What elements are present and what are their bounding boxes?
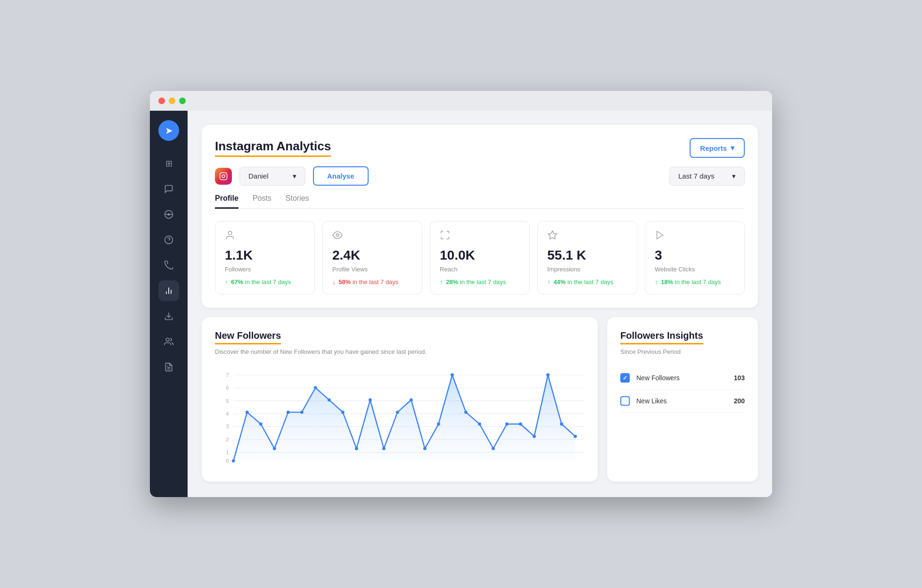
svg-point-42 — [382, 447, 386, 450]
tab-stories[interactable]: Stories — [286, 194, 309, 209]
analyse-button[interactable]: Analyse — [313, 166, 369, 186]
website-clicks-label: Website Clicks — [655, 266, 735, 273]
svg-point-35 — [287, 410, 290, 414]
svg-point-37 — [314, 386, 317, 389]
svg-marker-14 — [548, 231, 557, 239]
tab-profile[interactable]: Profile — [215, 194, 239, 209]
followers-icon — [225, 230, 305, 243]
header-controls: Daniel ▾ Analyse Last 7 days ▾ — [215, 166, 745, 186]
website-clicks-change: ↑ 18% in the last 7 days — [655, 278, 735, 286]
reach-label: Reach — [440, 266, 520, 273]
followers-value: 1.1K — [225, 248, 305, 263]
period-chevron-icon: ▾ — [732, 172, 736, 180]
sidebar-item-reports[interactable] — [158, 357, 179, 377]
sidebar-item-network[interactable] — [158, 204, 179, 225]
app-body: ➤ ⊞ — [150, 111, 772, 497]
svg-point-33 — [259, 423, 263, 426]
up-arrow-icon-4: ↑ — [655, 278, 658, 286]
svg-point-51 — [505, 423, 509, 426]
new-followers-checkbox[interactable] — [620, 373, 630, 383]
svg-point-40 — [355, 447, 358, 450]
svg-point-45 — [423, 447, 427, 450]
insights-card: Followers Insights Since Previous Period… — [607, 317, 758, 482]
line-chart-svg: 7 6 5 4 3 2 1 0 — [215, 365, 584, 468]
svg-point-47 — [451, 373, 454, 376]
new-followers-value: 103 — [734, 374, 745, 382]
website-clicks-icon — [655, 230, 735, 243]
app-window: ➤ ⊞ — [150, 91, 772, 497]
svg-point-39 — [341, 410, 345, 414]
insights-subtitle: Since Previous Period — [620, 348, 745, 355]
insight-new-likes: New Likes 200 — [620, 390, 745, 413]
reach-icon — [440, 230, 520, 243]
sidebar-item-download[interactable] — [158, 306, 179, 327]
svg-point-46 — [437, 423, 440, 426]
chart-card: New Followers Discover the number of New… — [202, 317, 598, 482]
chart-title: New Followers — [215, 330, 281, 344]
new-likes-value: 200 — [734, 397, 745, 405]
new-followers-label: New Followers — [636, 374, 727, 382]
sidebar-item-dashboard[interactable]: ⊞ — [158, 153, 179, 174]
period-dropdown[interactable]: Last 7 days ▾ — [669, 167, 745, 186]
account-dropdown[interactable]: Daniel ▾ — [239, 167, 305, 186]
header-top: Instagram Analytics Reports ▾ — [215, 138, 745, 158]
sidebar-item-messages[interactable] — [158, 179, 179, 199]
bottom-section: New Followers Discover the number of New… — [202, 317, 758, 482]
profile-views-value: 2.4K — [332, 248, 412, 263]
svg-point-34 — [273, 447, 276, 450]
impressions-value: 55.1 K — [547, 248, 627, 263]
stat-followers: 1.1K Followers ↑ 67% in the last 7 days — [215, 221, 315, 294]
account-name: Daniel — [248, 172, 269, 180]
sidebar-item-analytics[interactable] — [158, 280, 179, 301]
stat-website-clicks: 3 Website Clicks ↑ 18% in the last 7 day… — [645, 221, 745, 294]
svg-point-36 — [300, 410, 304, 414]
svg-point-48 — [464, 410, 468, 414]
stat-profile-views: 2.4K Profile Views ↓ 58% in the last 7 d… — [322, 221, 422, 294]
tab-posts[interactable]: Posts — [253, 194, 272, 209]
analytics-card: Instagram Analytics Reports ▾ Daniel ▾ — [202, 125, 758, 308]
close-button[interactable] — [158, 98, 165, 104]
minimize-button[interactable] — [169, 98, 175, 104]
maximize-button[interactable] — [179, 98, 186, 104]
svg-text:4: 4 — [226, 411, 229, 416]
reach-change: ↑ 28% in the last 7 days — [440, 278, 520, 286]
sidebar-item-users[interactable] — [158, 331, 179, 352]
stat-reach: 10.0K Reach ↑ 28% in the last 7 days — [430, 221, 530, 294]
reports-button[interactable]: Reports ▾ — [690, 138, 745, 158]
svg-point-52 — [519, 423, 522, 426]
impressions-label: Impressions — [547, 266, 627, 273]
svg-point-38 — [328, 398, 331, 401]
profile-views-label: Profile Views — [332, 266, 412, 273]
page-title: Instagram Analytics — [215, 139, 331, 157]
followers-label: Followers — [225, 266, 305, 273]
svg-point-6 — [166, 338, 169, 342]
svg-point-41 — [369, 398, 372, 401]
insight-new-followers: New Followers 103 — [620, 367, 745, 390]
title-bar — [150, 91, 772, 111]
followers-change: ↑ 67% in the last 7 days — [225, 278, 305, 286]
stat-impressions: 55.1 K Impressions ↑ 44% in the last 7 d… — [537, 221, 637, 294]
new-likes-checkbox[interactable] — [620, 396, 630, 406]
sidebar: ➤ ⊞ — [150, 111, 188, 497]
instagram-icon — [215, 168, 232, 185]
svg-point-53 — [533, 435, 536, 438]
logo-icon[interactable]: ➤ — [158, 120, 179, 141]
down-arrow-icon: ↓ — [332, 278, 336, 286]
svg-text:7: 7 — [226, 372, 229, 378]
profile-views-change: ↓ 58% in the last 7 days — [332, 278, 412, 286]
up-arrow-icon: ↑ — [225, 278, 228, 286]
stats-row: 1.1K Followers ↑ 67% in the last 7 days … — [215, 221, 745, 294]
svg-point-49 — [478, 423, 481, 426]
svg-text:3: 3 — [226, 424, 229, 429]
sidebar-item-support[interactable] — [158, 229, 179, 250]
sidebar-item-campaigns[interactable] — [158, 255, 179, 276]
svg-point-56 — [574, 435, 577, 438]
svg-point-12 — [228, 231, 231, 235]
reports-label: Reports — [700, 144, 727, 152]
new-likes-label: New Likes — [636, 397, 727, 405]
up-arrow-icon-3: ↑ — [547, 278, 551, 286]
svg-point-32 — [246, 410, 249, 414]
reach-value: 10.0K — [440, 248, 520, 263]
svg-text:5: 5 — [226, 398, 229, 404]
svg-point-11 — [225, 174, 226, 175]
